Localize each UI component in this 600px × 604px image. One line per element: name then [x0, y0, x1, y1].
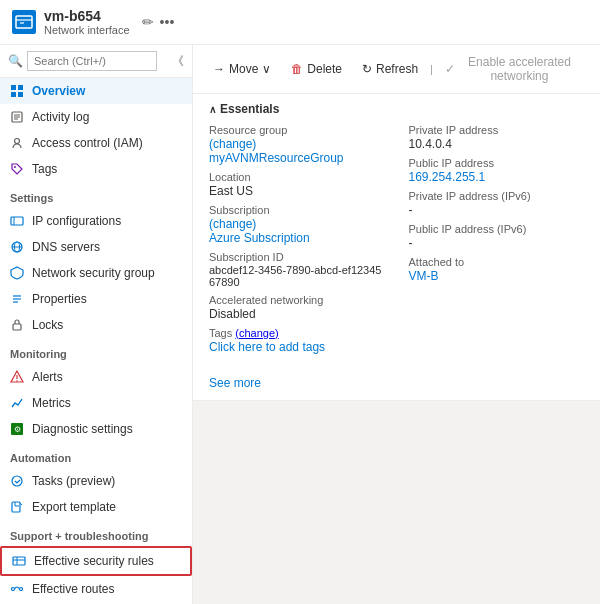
top-bar: vm-b654 Network interface ✏ •••	[0, 0, 600, 45]
metrics-icon	[10, 396, 24, 410]
move-button[interactable]: → Move ∨	[205, 58, 279, 80]
svg-rect-13	[11, 217, 23, 225]
svg-point-33	[20, 588, 23, 591]
see-more-link[interactable]: See more	[209, 376, 261, 390]
ip-icon	[10, 214, 24, 228]
app-title: vm-b654	[44, 8, 130, 24]
sidebar-item-tags[interactable]: Tags	[0, 156, 192, 182]
section-automation: Automation	[0, 442, 192, 468]
sidebar-item-access-control[interactable]: Access control (IAM)	[0, 130, 192, 156]
essentials-section: ∧ Essentials Resource group (change) myA…	[193, 94, 600, 401]
sidebar-item-activity-log[interactable]: Activity log	[0, 104, 192, 130]
diagnostic-icon: ⚙	[10, 422, 24, 436]
sidebar-item-label: Overview	[32, 84, 85, 98]
ellipsis-icon[interactable]: •••	[160, 14, 175, 30]
essentials-subscription: Subscription (change) Azure Subscription	[209, 204, 385, 245]
sidebar-item-effective-security-rules[interactable]: Effective security rules	[0, 546, 192, 576]
move-icon: →	[213, 62, 225, 76]
alerts-icon	[10, 370, 24, 384]
change-resource-group-link[interactable]: (change)	[209, 137, 256, 151]
pencil-icon[interactable]: ✏	[142, 14, 154, 30]
sidebar-item-label: Network security group	[32, 266, 155, 280]
essentials-private-ip: Private IP address 10.4.0.4	[409, 124, 585, 151]
sidebar-item-metrics[interactable]: Metrics	[0, 390, 192, 416]
toolbar: → Move ∨ 🗑 Delete ↻ Refresh | ✓ Enable a…	[193, 45, 600, 94]
sidebar-item-label: Tags	[32, 162, 57, 176]
delete-icon: 🗑	[291, 62, 303, 76]
sidebar-item-label: Alerts	[32, 370, 63, 384]
svg-rect-0	[16, 16, 32, 28]
delete-button[interactable]: 🗑 Delete	[283, 58, 350, 80]
sidebar-item-export-template[interactable]: Export template	[0, 494, 192, 520]
sidebar-item-dns-servers[interactable]: DNS servers	[0, 234, 192, 260]
section-monitoring: Monitoring	[0, 338, 192, 364]
accelerated-networking-button[interactable]: ✓ Enable accelerated networking	[437, 51, 588, 87]
resource-group-link[interactable]: myAVNMResourceGroup	[209, 151, 343, 165]
routes-icon	[10, 582, 24, 596]
sidebar-item-label: Metrics	[32, 396, 71, 410]
change-tags-link[interactable]: (change)	[235, 327, 278, 339]
svg-rect-4	[18, 85, 23, 90]
svg-rect-27	[12, 502, 20, 512]
export-icon	[10, 500, 24, 514]
toolbar-separator: |	[430, 63, 433, 75]
refresh-button[interactable]: ↻ Refresh	[354, 58, 426, 80]
sidebar-item-label: IP configurations	[32, 214, 121, 228]
dns-icon	[10, 240, 24, 254]
sidebar-item-effective-routes[interactable]: Effective routes	[0, 576, 192, 602]
properties-icon	[10, 292, 24, 306]
svg-point-12	[14, 166, 16, 168]
subscription-link[interactable]: Azure Subscription	[209, 231, 310, 245]
section-settings: Settings	[0, 182, 192, 208]
svg-point-11	[15, 139, 20, 144]
nsg-icon	[10, 266, 24, 280]
sidebar-item-alerts[interactable]: Alerts	[0, 364, 192, 390]
main-content: → Move ∨ 🗑 Delete ↻ Refresh | ✓ Enable a…	[193, 45, 600, 604]
overview-icon	[10, 84, 24, 98]
essentials-public-ip-ipv6: Public IP address (IPv6) -	[409, 223, 585, 250]
sidebar-item-label: Tasks (preview)	[32, 474, 115, 488]
svg-rect-5	[11, 92, 16, 97]
sidebar-item-label: Properties	[32, 292, 87, 306]
tasks-icon	[10, 474, 24, 488]
sidebar-item-locks[interactable]: Locks	[0, 312, 192, 338]
essentials-subscription-id: Subscription ID abcdef12-3456-7890-abcd-…	[209, 251, 385, 288]
svg-rect-29	[13, 557, 25, 565]
change-subscription-link[interactable]: (change)	[209, 217, 256, 231]
sidebar-item-diagnostic-settings[interactable]: ⚙ Diagnostic settings	[0, 416, 192, 442]
svg-point-23	[16, 380, 18, 382]
essentials-resource-group: Resource group (change) myAVNMResourceGr…	[209, 124, 385, 165]
collapse-icon[interactable]: 《	[172, 53, 184, 70]
sidebar-item-ip-configurations[interactable]: IP configurations	[0, 208, 192, 234]
security-rules-icon	[12, 554, 26, 568]
essentials-public-ip: Public IP address 169.254.255.1	[409, 157, 585, 184]
svg-rect-6	[18, 92, 23, 97]
attached-to-link[interactable]: VM-B	[409, 269, 439, 283]
essentials-location: Location East US	[209, 171, 385, 198]
iam-icon	[10, 136, 24, 150]
sidebar-item-overview[interactable]: Overview	[0, 78, 192, 104]
search-input[interactable]	[27, 51, 157, 71]
public-ip-link[interactable]: 169.254.255.1	[409, 170, 486, 184]
section-support: Support + troubleshooting	[0, 520, 192, 546]
search-box: 🔍 《	[0, 45, 192, 78]
tags-icon	[10, 162, 24, 176]
essentials-header: ∧ Essentials	[193, 94, 600, 124]
sidebar-item-properties[interactable]: Properties	[0, 286, 192, 312]
app-icon	[12, 10, 36, 34]
top-bar-icons: ✏ •••	[142, 14, 175, 30]
svg-rect-21	[13, 324, 21, 330]
sidebar-item-nsg[interactable]: Network security group	[0, 260, 192, 286]
refresh-icon: ↻	[362, 62, 372, 76]
sidebar-item-tasks-preview[interactable]: Tasks (preview)	[0, 468, 192, 494]
check-icon: ✓	[445, 62, 455, 76]
click-here-tags-link[interactable]: Click here to add tags	[209, 340, 325, 354]
svg-point-32	[12, 588, 15, 591]
locks-icon	[10, 318, 24, 332]
sidebar: 🔍 《 Overview Activity log Access control…	[0, 45, 193, 604]
svg-rect-3	[11, 85, 16, 90]
essentials-private-ip-ipv6: Private IP address (IPv6) -	[409, 190, 585, 217]
essentials-tags: Tags (change) Click here to add tags	[209, 327, 385, 354]
see-more: See more	[193, 372, 600, 400]
essentials-accelerated-networking: Accelerated networking Disabled	[209, 294, 385, 321]
